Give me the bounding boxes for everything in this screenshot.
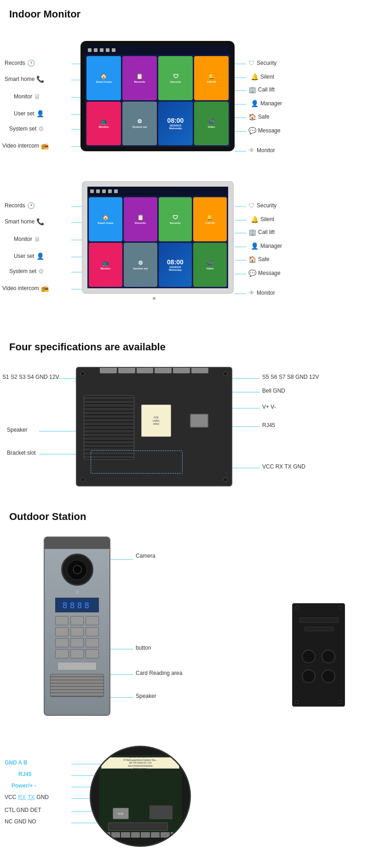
userset-label-text: User set: [14, 110, 34, 117]
smarthome-w-text: Smart home: [5, 218, 34, 225]
label-smarthome-w: Smart home 📞: [5, 218, 44, 225]
tile-smarthome: 🏠 Smart home: [86, 56, 121, 100]
outdoor-card-area: [58, 662, 97, 670]
speaker-spec-text: Speaker: [7, 427, 28, 433]
message-icon: 💬: [248, 127, 256, 134]
label-systemset-w: System set ⚙: [9, 268, 44, 275]
tile-callift: 🔔 Call lift: [194, 56, 229, 100]
spec-circle: QUALIFIED CERTIF...IP Multi-apartment Ou…: [90, 746, 191, 847]
speaker-outdoor-text: Speaker: [136, 693, 156, 699]
label-security-r: 🛡 Security: [248, 59, 276, 67]
outdoor-device-back: [292, 603, 345, 707]
outdoor-device-front: 8888: [44, 537, 110, 716]
tile-smarthome-w: 🏠 Smart home: [89, 197, 122, 241]
tile-video-w: 📹 Video: [193, 243, 227, 287]
outdoor-title: Outdoor Station: [0, 503, 368, 527]
bell-gnd-text: Bell GND: [262, 388, 285, 394]
indoor-monitor-title: Indoor Monitor: [0, 0, 368, 25]
label-records-w: Records 🕐: [5, 202, 35, 209]
key-9: [86, 638, 99, 647]
userset-icon: 👤: [36, 110, 44, 117]
label-monitor-r: 👁 Monitor: [248, 147, 275, 154]
label-records: Records 🕐: [5, 59, 35, 67]
label-silent-rw: 🔔 Silent: [251, 216, 274, 223]
key-5: [70, 627, 84, 636]
nc-gnd-no-text: NC GND NO: [5, 818, 36, 825]
outdoor-section: Outdoor Station 8888: [0, 496, 368, 868]
systemset-w-text: System set: [9, 268, 36, 274]
svg-point-26: [153, 297, 155, 300]
manager-rw-text: Manager: [260, 243, 282, 249]
label-video-w: Video intercom 📻: [2, 285, 49, 292]
calllift-label-text: Call lift: [258, 86, 275, 93]
video-w-text: Video intercom: [2, 285, 39, 291]
records-w-icon: 🕐: [27, 202, 35, 209]
label-manager-rw: 👤 Manager: [251, 242, 282, 250]
label-message-r: 💬 Message: [248, 127, 281, 134]
specs-device-back: PCBLABELAREA: [76, 367, 232, 486]
outdoor-diagram: 8888 Camera: [0, 527, 368, 734]
label-nc-gnd-no: NC GND NO: [5, 818, 36, 825]
tile-records: 📋 Records: [122, 56, 157, 100]
label-calllift-r: 🏢 Call lift: [248, 86, 275, 93]
label-speaker-spec: Speaker: [7, 427, 28, 433]
message-label-text: Message: [258, 127, 281, 134]
rj45-bottom-text: RJ45: [18, 771, 32, 777]
v-plus-text: V+ V-: [262, 404, 276, 410]
key-3: [86, 616, 99, 625]
silent-label-text: Silent: [260, 74, 274, 80]
tile-systemset: ⚙ System set: [122, 102, 157, 146]
monitor-diagram-white: 🏠 Smart home 📋 Records 🛡 Security: [0, 172, 368, 305]
s1s2-text: S1 S2 S3 S4 GND 12V: [2, 374, 59, 380]
label-safe-rw: 🏠 Safe: [248, 256, 270, 263]
black-monitor-device: 🏠 Smart home 📋 Records 🛡 Security: [80, 41, 235, 151]
specs-section: Four specifications are available: [0, 324, 368, 496]
outdoor-speaker: [50, 674, 104, 697]
label-monitor-lw: Monitor 🖥: [14, 235, 40, 243]
silent-icon: 🔔: [251, 73, 259, 80]
manager-rw-icon: 👤: [251, 242, 259, 250]
tile-clock: 08:00 2023/02/15 Wednesday: [158, 102, 193, 146]
key-hash: [86, 649, 99, 658]
outdoor-camera: [61, 554, 93, 586]
security-rw-icon: 🛡: [248, 202, 255, 209]
key-0: [70, 649, 84, 658]
videointercom-label-text: Video intercom: [2, 143, 39, 149]
bottom-spec-diagram: QUALIFIED CERTIF...IP Multi-apartment Ou…: [0, 739, 368, 868]
key-4: [55, 627, 69, 636]
label-bracket: Bracket slot: [7, 450, 36, 456]
monitor-left-label-text: Monitor: [14, 93, 32, 100]
smarthome-label-text: Smart home: [5, 76, 34, 82]
label-card-reading: Card Reading area: [136, 670, 182, 676]
white-monitor-device: 🏠 Smart home 📋 Records 🛡 Security: [82, 181, 234, 294]
label-silent-r: 🔔 Silent: [251, 73, 274, 80]
smarthome-w-icon: 📞: [36, 218, 44, 225]
systemset-w-icon: ⚙: [38, 268, 44, 275]
monitor-right-icon: 👁: [248, 147, 255, 154]
label-s5s6: S5 S6 S7 S8 GND 12V: [262, 374, 319, 380]
message-rw-text: Message: [258, 270, 281, 276]
label-vcc-bottom: VCC RX TX GND: [5, 794, 49, 800]
records-w-text: Records: [5, 202, 25, 209]
outdoor-keypad: [55, 616, 99, 658]
label-monitor-left: Monitor 🖥: [14, 93, 40, 100]
monitor-lw-text: Monitor: [14, 236, 32, 242]
label-calllift-rw: 🏢 Call lift: [248, 228, 275, 236]
label-safe-r: 🏠 Safe: [248, 113, 270, 120]
security-icon: 🛡: [248, 59, 255, 67]
systemset-icon: ⚙: [38, 125, 44, 132]
key-1: [55, 616, 69, 625]
monitor-rw-icon: 👁: [248, 289, 255, 297]
label-smarthome: Smart home 📞: [5, 75, 44, 83]
key-star: [55, 649, 69, 658]
label-monitor-rw: 👁 Monitor: [248, 289, 275, 297]
manager-label-text: Manager: [260, 100, 282, 107]
key-6: [86, 627, 99, 636]
label-power: Power/+ -: [12, 782, 36, 789]
userset-w-text: User set: [14, 253, 34, 259]
message-rw-icon: 💬: [248, 269, 256, 277]
power-text: Power/+ -: [12, 782, 36, 789]
label-speaker-outdoor: Speaker: [136, 693, 156, 699]
tile-clock-w: 08:00 2023/02/15 Wednesday: [159, 243, 192, 287]
key-2: [70, 616, 84, 625]
